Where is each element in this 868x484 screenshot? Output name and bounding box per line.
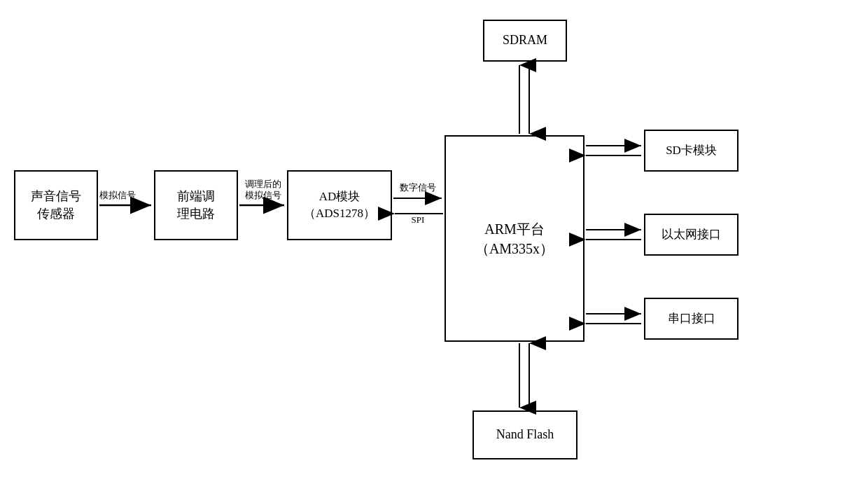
label-digital: 数字信号 (400, 182, 436, 193)
arrow-arm-ethernet (586, 230, 641, 240)
arrow-ad-arm: 数字信号 SPI (393, 182, 443, 225)
label-spi: SPI (412, 214, 425, 225)
arrow-arm-sdram (519, 65, 529, 134)
arrow-arm-serial (586, 314, 641, 324)
arrows-svg: 模拟信号 调理后的 模拟信号 数字信号 SPI (0, 0, 868, 484)
label-conditioned2: 模拟信号 (245, 190, 281, 200)
label-conditioned1: 调理后的 (245, 179, 281, 189)
arrow-arm-nandflash (519, 343, 529, 408)
block-diagram: 声音信号传感器 前端调理电路 AD模块（ADS1278） ARM平台（AM335… (0, 0, 868, 484)
label-analog: 模拟信号 (99, 190, 136, 200)
arrow-sensor-frontend: 模拟信号 (99, 190, 151, 205)
arrow-arm-sd (586, 146, 641, 155)
arrow-frontend-ad: 调理后的 模拟信号 (239, 179, 284, 205)
